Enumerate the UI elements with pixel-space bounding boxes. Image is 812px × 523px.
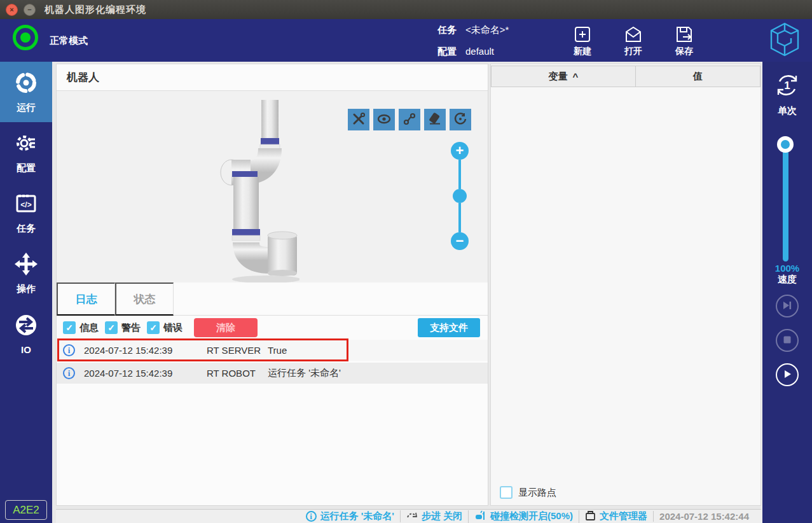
task-icon: </> [13, 191, 39, 218]
trace-button[interactable] [399, 109, 420, 130]
new-task-button[interactable]: 新建 [563, 21, 602, 60]
skip-next-icon [781, 300, 793, 313]
eye-icon [377, 112, 391, 128]
status-running-task[interactable]: i 运行任务 '未命名' [300, 510, 400, 522]
speed-caption: 速度 [762, 274, 812, 286]
log-row[interactable]: i 2024-07-12 15:42:39 RT ROBOT 运行任务 '未命名… [57, 363, 488, 384]
checkbox-checked-icon: ✓ [147, 321, 160, 334]
log-message: True [268, 345, 287, 356]
app-header: 正常模式 任务 <未命名>* 配置 default 新建 打开 保存 [0, 19, 812, 62]
run-icon [13, 70, 39, 97]
left-nav-sidebar: 运行 配置 </> 任务 操作 [0, 62, 52, 523]
mode-status-icon [13, 25, 38, 50]
checkbox-checked-icon: ✓ [105, 321, 118, 334]
sort-asc-icon: ^ [573, 71, 579, 82]
filter-warning-checkbox[interactable]: ✓ 警告 [105, 321, 141, 334]
variables-panel: 变量 ^ 值 显示路点 [490, 64, 761, 506]
visibility-button[interactable] [373, 109, 395, 130]
sidebar-item-jog[interactable]: 操作 [0, 243, 52, 303]
loop-mode-control[interactable]: 1 单次 [762, 71, 812, 117]
log-time: 2024-07-12 15:42:39 [84, 345, 189, 356]
info-icon: i [63, 367, 75, 379]
column-header-variable[interactable]: 变量 ^ [491, 66, 636, 87]
status-step-mode[interactable]: 步进 关闭 [400, 510, 468, 522]
svg-text:1: 1 [784, 80, 790, 92]
log-row[interactable]: i 2024-07-12 15:42:39 RT SERVER True [57, 340, 488, 361]
info-icon: i [63, 344, 75, 356]
trace-icon [403, 112, 416, 128]
settings-icon [13, 130, 39, 158]
status-timestamp: 2024-07-12 15:42:44 [653, 511, 755, 522]
zoom-out-button[interactable]: − [451, 232, 469, 250]
tab-log[interactable]: 日志 [57, 282, 115, 316]
log-filter-bar: ✓ 信息 ✓ 警告 ✓ 错误 清除 支持文件 [57, 316, 488, 340]
file-manager-icon [585, 510, 596, 523]
sidebar-item-run[interactable]: 运行 [0, 62, 52, 122]
speed-slider-track[interactable] [783, 138, 788, 262]
status-bar: i 运行任务 '未命名' 步进 关闭 碰撞检测开启(50%) [56, 509, 761, 523]
step-arrow-icon [406, 510, 418, 522]
play-icon [781, 368, 793, 382]
collision-icon [474, 510, 486, 523]
loop-once-icon: 1 [773, 71, 801, 101]
zoom-slider-handle[interactable] [453, 189, 467, 203]
minimize-icon[interactable]: − [24, 4, 36, 16]
zoom-slider-track[interactable] [458, 203, 461, 232]
tools-icon [352, 112, 366, 128]
sidebar-item-task[interactable]: </> 任务 [0, 183, 52, 243]
column-header-value[interactable]: 值 [636, 66, 760, 87]
loop-mode-label: 单次 [778, 105, 797, 117]
variables-table-header: 变量 ^ 值 [491, 66, 760, 87]
info-icon: i [306, 511, 317, 522]
tools-button[interactable] [348, 109, 369, 130]
zoom-slider-track[interactable] [458, 160, 461, 189]
io-icon [13, 312, 39, 340]
brand-logo-icon [769, 22, 801, 60]
checkbox-checked-icon: ✓ [63, 321, 76, 334]
jog-icon [13, 251, 39, 279]
stop-button[interactable] [776, 329, 799, 352]
rotate-view-button[interactable] [450, 109, 471, 130]
speed-value: 100% [762, 263, 812, 274]
status-file-manager[interactable]: 文件管理器 [579, 510, 653, 523]
window-title: 机器人图形化编程环境 [45, 4, 146, 16]
task-value: <未命名>* [465, 24, 509, 36]
task-label: 任务 [437, 24, 457, 36]
config-row: 配置 default [437, 46, 494, 58]
status-collision-detection[interactable]: 碰撞检测开启(50%) [468, 510, 579, 523]
zoom-in-button[interactable]: + [451, 142, 469, 160]
save-task-button[interactable]: 保存 [665, 21, 703, 60]
log-list: i 2024-07-12 15:42:39 RT SERVER True i 2… [57, 340, 488, 505]
save-icon [675, 25, 694, 44]
robot-panel-header: 机器人 [57, 64, 488, 91]
rotate-view-icon [453, 112, 467, 128]
checkbox-unchecked-icon [500, 486, 513, 499]
open-task-button[interactable]: 打开 [614, 21, 652, 60]
eraser-icon [428, 112, 442, 128]
sidebar-item-config[interactable]: 配置 [0, 122, 52, 183]
filter-info-checkbox[interactable]: ✓ 信息 [63, 321, 99, 334]
log-tabs: 日志 状态 [57, 282, 488, 316]
speed-readout: 100% 速度 [762, 263, 812, 286]
play-button[interactable] [776, 363, 799, 386]
log-time: 2024-07-12 15:42:39 [84, 368, 189, 379]
viewport-zoom-control: + − [451, 142, 469, 250]
config-value: default [465, 46, 494, 58]
support-files-button[interactable]: 支持文件 [418, 318, 480, 337]
step-forward-button[interactable] [776, 295, 799, 317]
clear-log-button[interactable]: 清除 [194, 318, 258, 337]
robot-3d-viewport[interactable]: + − [57, 91, 488, 282]
stop-icon [782, 335, 792, 347]
eraser-button[interactable] [424, 109, 446, 130]
svg-text:</>: </> [20, 200, 31, 209]
close-icon[interactable]: × [6, 4, 18, 16]
version-badge[interactable]: A2E2 [5, 500, 47, 520]
show-waypoints-checkbox[interactable]: 显示路点 [500, 486, 556, 499]
filter-error-checkbox[interactable]: ✓ 错误 [147, 321, 182, 334]
sidebar-item-io[interactable]: IO [0, 303, 52, 364]
speed-slider-handle[interactable] [777, 136, 794, 153]
log-source: RT ROBOT [207, 368, 265, 379]
open-file-icon [624, 25, 643, 44]
tab-status[interactable]: 状态 [115, 282, 174, 316]
robot-panel-title: 机器人 [67, 70, 99, 85]
